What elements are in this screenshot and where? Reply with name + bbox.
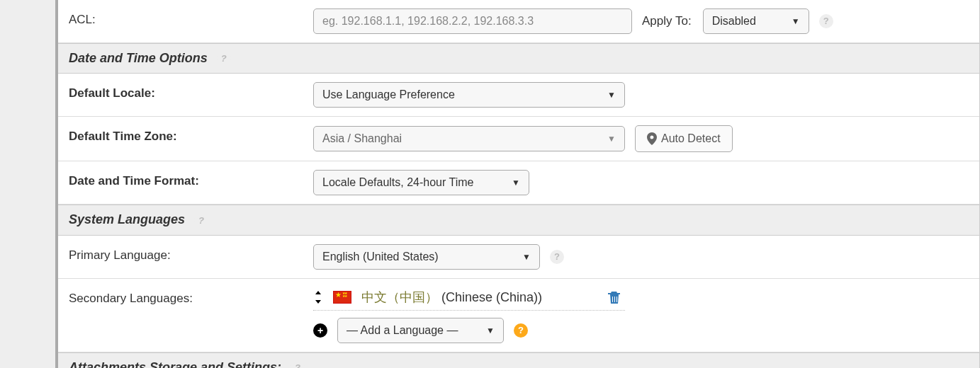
secondary-language-native: 中文（中国） [361, 290, 438, 304]
acl-label: ACL: [69, 8, 299, 27]
secondary-language-row: 中文（中国） (Chinese (China)) [313, 287, 625, 311]
chevron-down-icon: ▼ [792, 16, 800, 26]
location-pin-icon [647, 132, 657, 145]
secondary-language-english: (Chinese (China)) [441, 290, 542, 304]
apply-to-select[interactable]: Disabled ▼ [703, 8, 809, 34]
flag-china-icon [333, 291, 351, 304]
help-warning-icon[interactable]: ? [514, 323, 528, 338]
primary-language-select[interactable]: English (United States) ▼ [313, 244, 540, 270]
add-language-select[interactable]: — Add a Language — ▼ [337, 318, 504, 343]
acl-input[interactable]: eg. 192.168.1.1, 192.168.2.2, 192.168.3.… [313, 8, 632, 34]
default-tz-select[interactable]: Asia / Shanghai ▼ [313, 126, 625, 151]
help-icon[interactable]: ? [217, 52, 231, 66]
default-locale-label: Default Locale: [69, 82, 299, 100]
section-attachments: Attachments Storage and Settings: ? [56, 352, 979, 369]
primary-language-label: Primary Language: [69, 244, 299, 263]
chevron-down-icon: ▼ [607, 90, 616, 100]
chevron-down-icon: ▼ [486, 326, 495, 335]
secondary-languages-label: Secondary Languages: [69, 287, 299, 306]
help-icon[interactable]: ? [291, 361, 305, 368]
help-icon[interactable]: ? [819, 14, 833, 28]
sort-handle-icon[interactable] [313, 291, 323, 304]
default-locale-select[interactable]: Use Language Preference ▼ [313, 82, 625, 108]
section-date-time: Date and Time Options ? [56, 43, 979, 74]
auto-detect-button[interactable]: Auto Detect [635, 125, 733, 152]
chevron-down-icon: ▼ [512, 178, 520, 188]
delete-language-button[interactable] [608, 290, 625, 304]
add-language-button[interactable]: + [313, 323, 327, 338]
default-tz-label: Default Time Zone: [69, 125, 299, 144]
help-icon[interactable]: ? [550, 250, 564, 264]
date-format-label: Date and Time Format: [69, 170, 299, 188]
section-system-languages: System Languages ? [56, 205, 979, 235]
date-format-select[interactable]: Locale Defaults, 24-hour Time ▼ [313, 170, 529, 195]
chevron-down-icon: ▼ [522, 252, 531, 262]
help-icon[interactable]: ? [194, 214, 208, 228]
apply-to-label: Apply To: [642, 14, 692, 28]
chevron-down-icon: ▼ [607, 134, 616, 144]
